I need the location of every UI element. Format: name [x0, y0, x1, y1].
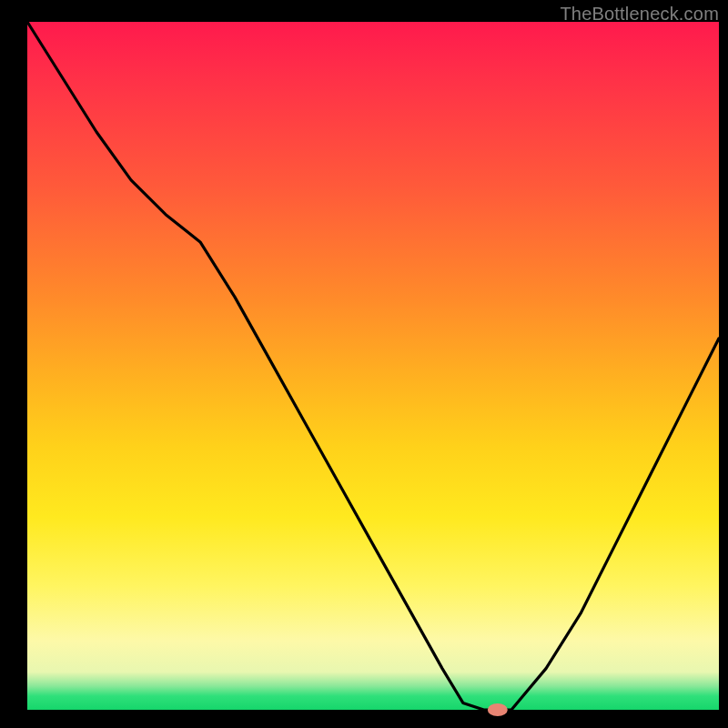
chart-container: TheBottleneck.com	[0, 0, 728, 728]
bottleneck-curve	[27, 22, 719, 710]
optimal-point-marker	[488, 703, 508, 716]
watermark-text: TheBottleneck.com	[560, 4, 719, 25]
plot-area	[27, 22, 719, 710]
curve-svg	[27, 22, 719, 710]
